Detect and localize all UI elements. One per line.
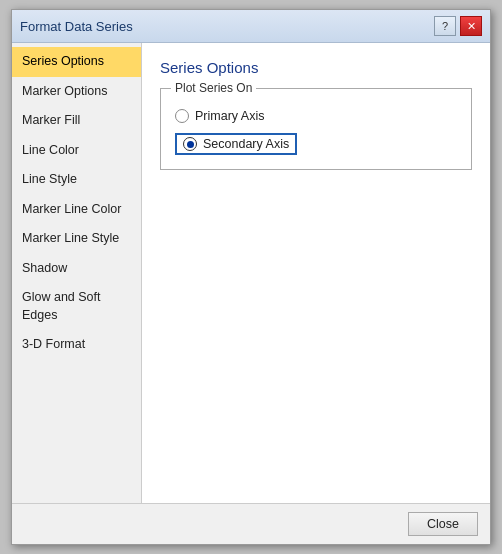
sidebar-item-marker-options[interactable]: Marker Options bbox=[12, 77, 141, 107]
sidebar: Series OptionsMarker OptionsMarker FillL… bbox=[12, 43, 142, 503]
secondary-axis-selected-box[interactable]: Secondary Axis bbox=[175, 133, 297, 155]
dialog-body: Series OptionsMarker OptionsMarker FillL… bbox=[12, 43, 490, 503]
titlebar: Format Data Series ? ✕ bbox=[12, 10, 490, 43]
help-button[interactable]: ? bbox=[434, 16, 456, 36]
sidebar-item-marker-line-style[interactable]: Marker Line Style bbox=[12, 224, 141, 254]
sidebar-item-line-style[interactable]: Line Style bbox=[12, 165, 141, 195]
dialog-footer: Close bbox=[12, 503, 490, 544]
radio-dot bbox=[187, 141, 194, 148]
sidebar-item-glow-and-soft-edges[interactable]: Glow and Soft Edges bbox=[12, 283, 141, 330]
group-legend: Plot Series On bbox=[171, 81, 256, 95]
primary-axis-label: Primary Axis bbox=[195, 109, 264, 123]
close-button[interactable]: Close bbox=[408, 512, 478, 536]
format-data-series-dialog: Format Data Series ? ✕ Series OptionsMar… bbox=[11, 9, 491, 545]
plot-series-group: Plot Series On Primary Axis Secondary Ax… bbox=[160, 88, 472, 170]
titlebar-buttons: ? ✕ bbox=[434, 16, 482, 36]
sidebar-item-line-color[interactable]: Line Color bbox=[12, 136, 141, 166]
dialog-title: Format Data Series bbox=[20, 19, 133, 34]
title-close-button[interactable]: ✕ bbox=[460, 16, 482, 36]
sidebar-item-shadow[interactable]: Shadow bbox=[12, 254, 141, 284]
secondary-axis-label: Secondary Axis bbox=[203, 137, 289, 151]
primary-axis-radio[interactable] bbox=[175, 109, 189, 123]
sidebar-item-3-d-format[interactable]: 3-D Format bbox=[12, 330, 141, 360]
primary-axis-row[interactable]: Primary Axis bbox=[175, 109, 457, 123]
sidebar-item-marker-fill[interactable]: Marker Fill bbox=[12, 106, 141, 136]
content-panel: Series Options Plot Series On Primary Ax… bbox=[142, 43, 490, 503]
sidebar-item-series-options[interactable]: Series Options bbox=[12, 47, 141, 77]
content-title: Series Options bbox=[160, 59, 472, 76]
sidebar-item-marker-line-color[interactable]: Marker Line Color bbox=[12, 195, 141, 225]
secondary-axis-radio[interactable] bbox=[183, 137, 197, 151]
